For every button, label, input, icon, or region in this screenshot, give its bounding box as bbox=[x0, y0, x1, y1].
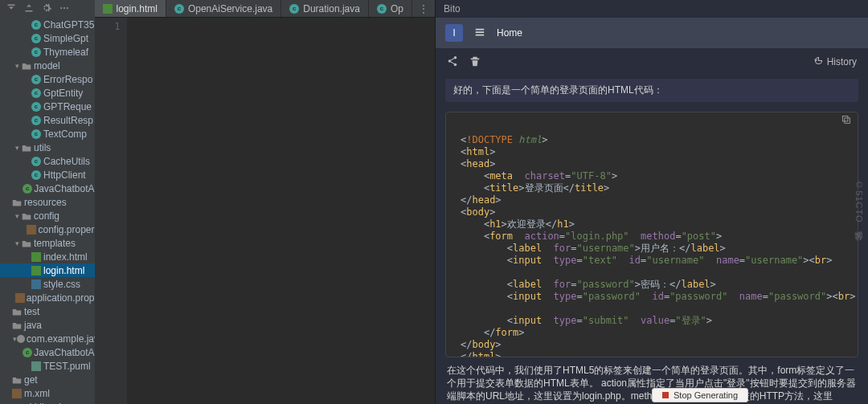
stop-label: Stop Generating bbox=[674, 390, 738, 400]
tree-item[interactable]: style.css bbox=[0, 277, 95, 291]
tree-item[interactable]: cGptEntity bbox=[0, 86, 95, 100]
file-icon: c bbox=[23, 348, 32, 357]
editor-document[interactable] bbox=[127, 18, 435, 404]
tab-label: Op bbox=[391, 3, 403, 14]
code-content[interactable]: <!DOCTYPE html> <html> <head> <meta char… bbox=[446, 129, 858, 357]
copy-icon[interactable] bbox=[841, 114, 851, 127]
stop-generating-button[interactable]: Stop Generating bbox=[652, 388, 748, 402]
tree-item[interactable]: cCacheUtils bbox=[0, 154, 95, 168]
gear-icon[interactable] bbox=[42, 3, 51, 15]
tree-label: TEST.puml bbox=[43, 361, 91, 372]
tree-item[interactable]: login.html bbox=[0, 263, 95, 277]
tree-label: TextComp bbox=[43, 129, 87, 140]
tree-label: templates bbox=[34, 238, 76, 249]
tree-item[interactable]: config.proper bbox=[0, 222, 95, 236]
tab-label: OpenAiService.java bbox=[188, 3, 272, 14]
bito-code-block: <!DOCTYPE html> <html> <head> <meta char… bbox=[445, 112, 858, 357]
tree-label: com.example.java bbox=[27, 333, 95, 345]
tree-label: config.proper bbox=[38, 224, 94, 235]
editor-tab[interactable]: login.html bbox=[95, 0, 166, 17]
tree-item[interactable]: m.xml bbox=[0, 386, 95, 400]
java-icon: c bbox=[377, 4, 387, 14]
file-icon: c bbox=[31, 20, 42, 30]
tree-item[interactable]: cSimpleGpt bbox=[0, 31, 95, 45]
tree-label: index.html bbox=[43, 251, 88, 263]
file-icon: c bbox=[23, 184, 32, 194]
tree-item[interactable]: java bbox=[0, 318, 95, 332]
tree-item[interactable]: resources bbox=[0, 195, 95, 209]
file-icon bbox=[11, 376, 23, 384]
tree-item[interactable]: ▾templates bbox=[0, 236, 95, 250]
tree-item[interactable]: ▾config bbox=[0, 209, 95, 222]
tree-label: JavaChatbotA bbox=[34, 183, 94, 194]
tree-label: GptEntity bbox=[43, 88, 83, 99]
home-link[interactable]: Home bbox=[497, 27, 522, 39]
tree-label: Thymeleaf bbox=[43, 47, 88, 58]
tree-label: JavaChatbotA bbox=[34, 347, 94, 358]
tree-label: config bbox=[34, 210, 59, 222]
tree-label: SimpleGpt bbox=[43, 33, 88, 44]
tree-label: resources bbox=[24, 197, 67, 208]
tree-label: login.html bbox=[43, 265, 84, 276]
editor-tab[interactable]: cOpenAiService.java bbox=[166, 0, 281, 17]
file-icon: c bbox=[31, 34, 42, 43]
tab-label: login.html bbox=[117, 3, 158, 14]
file-icon bbox=[27, 225, 36, 235]
tree-item[interactable]: cGPTReque bbox=[0, 100, 95, 113]
tree-label: model bbox=[34, 60, 60, 71]
tree-item[interactable]: index.html bbox=[0, 250, 95, 263]
tree-item[interactable]: cResultResp bbox=[0, 113, 95, 127]
file-icon bbox=[11, 198, 23, 206]
bito-topbar: l Home bbox=[436, 18, 868, 48]
collapse-all-icon[interactable] bbox=[6, 3, 16, 15]
tree-item[interactable]: cHttpClient bbox=[0, 168, 95, 182]
tree-item[interactable]: cJavaChatbotA bbox=[0, 345, 95, 359]
tree-label: ResultResp bbox=[43, 115, 93, 126]
stop-icon bbox=[662, 392, 669, 398]
project-tree[interactable]: cChatGPT35cSimpleGptcThymeleaf▾modelcErr… bbox=[0, 18, 95, 404]
line-number: 1 bbox=[114, 21, 120, 32]
tree-item[interactable]: cErrorRespo bbox=[0, 72, 95, 86]
tree-label: java bbox=[24, 320, 42, 331]
tree-item[interactable]: cChatGPT35 bbox=[0, 18, 95, 31]
tree-label: CacheUtils bbox=[43, 156, 90, 167]
history-label: History bbox=[827, 56, 857, 67]
tree-item[interactable]: application.prop bbox=[0, 291, 95, 304]
file-icon: c bbox=[31, 129, 42, 139]
file-icon bbox=[17, 335, 25, 343]
tree-item[interactable]: ▾utils bbox=[0, 141, 95, 154]
bito-panel: Bito l Home History 好的，下面是一个简单的登录页面的HTML… bbox=[435, 0, 868, 404]
more-icon[interactable] bbox=[59, 3, 69, 15]
tree-item[interactable]: ▾model bbox=[0, 59, 95, 72]
tree-item[interactable]: ▾com.example.java bbox=[0, 332, 95, 345]
file-icon bbox=[11, 321, 23, 329]
bito-avatar[interactable]: l bbox=[445, 24, 463, 42]
expand-icon[interactable] bbox=[24, 3, 34, 15]
tree-item[interactable]: test bbox=[0, 304, 95, 318]
file-icon: c bbox=[31, 47, 42, 57]
editor-tab[interactable]: cOp bbox=[369, 0, 412, 17]
tabs-overflow-icon[interactable]: ⋮ bbox=[412, 3, 435, 14]
tree-item[interactable]: cTextComp bbox=[0, 127, 95, 141]
menu-icon[interactable] bbox=[474, 27, 485, 40]
java-icon: c bbox=[289, 4, 299, 14]
tree-item[interactable]: al Libraries bbox=[0, 400, 95, 404]
tree-label: m.xml bbox=[24, 388, 50, 399]
tree-label: utils bbox=[34, 142, 51, 153]
trash-icon[interactable] bbox=[469, 55, 481, 69]
tree-item[interactable]: TEST.puml bbox=[0, 359, 95, 373]
editor-tab[interactable]: cDuration.java bbox=[281, 0, 369, 17]
file-icon bbox=[21, 62, 32, 70]
file-icon bbox=[15, 293, 25, 303]
tree-item[interactable]: cJavaChatbotA bbox=[0, 182, 95, 195]
editor-gutter: 1 bbox=[95, 18, 127, 404]
history-icon bbox=[813, 55, 824, 68]
tree-item[interactable]: cThymeleaf bbox=[0, 45, 95, 59]
tree-label: test bbox=[24, 306, 39, 317]
file-icon: c bbox=[31, 116, 42, 125]
tree-item[interactable]: get bbox=[0, 373, 95, 386]
file-icon bbox=[11, 389, 23, 398]
share-icon[interactable] bbox=[447, 55, 458, 69]
history-link[interactable]: History bbox=[813, 55, 857, 68]
svg-point-1 bbox=[63, 6, 65, 8]
